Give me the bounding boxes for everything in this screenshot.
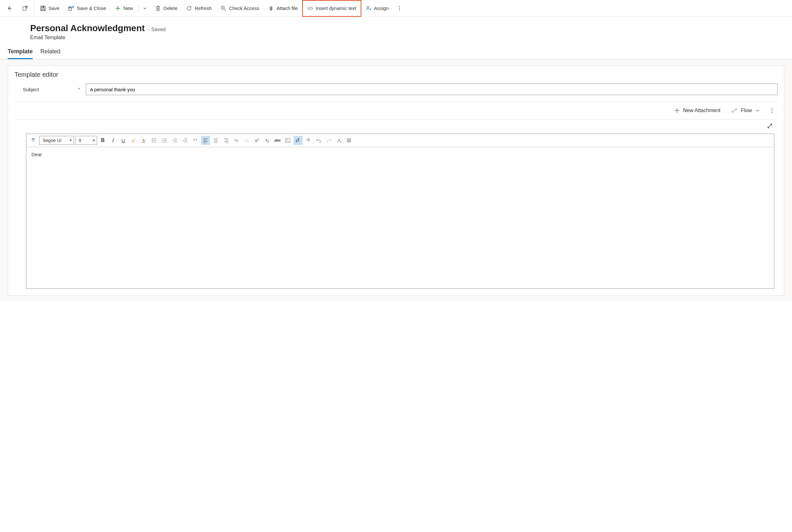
- insert-table-button[interactable]: [345, 136, 354, 145]
- save-close-button[interactable]: Save & Close: [64, 0, 111, 17]
- attach-file-button[interactable]: Attach file: [264, 0, 302, 17]
- command-overflow-button[interactable]: [393, 0, 406, 17]
- svg-point-8: [735, 109, 737, 110]
- underline-button[interactable]: U: [119, 136, 128, 145]
- assign-icon: [366, 5, 372, 11]
- insert-dynamic-text-button[interactable]: Insert dynamic text: [302, 0, 361, 17]
- refresh-button[interactable]: Refresh: [182, 0, 216, 17]
- unlink-icon: [244, 138, 249, 143]
- italic-button[interactable]: I: [109, 136, 118, 145]
- new-dropdown-button[interactable]: [139, 0, 151, 17]
- format-painter-button[interactable]: [29, 136, 38, 145]
- outdent-icon: [172, 138, 177, 143]
- font-size-select[interactable]: 9: [75, 136, 97, 145]
- check-access-icon: [221, 5, 227, 11]
- chevron-down-icon: [142, 6, 147, 11]
- font-color-button[interactable]: [139, 136, 148, 145]
- subject-input[interactable]: [86, 83, 777, 95]
- indent-button[interactable]: [180, 136, 190, 145]
- delete-button[interactable]: Delete: [151, 0, 182, 17]
- align-right-button[interactable]: [221, 136, 231, 145]
- expand-editor-button[interactable]: [765, 121, 774, 130]
- back-button[interactable]: [2, 0, 17, 17]
- subscript-button[interactable]: x2: [263, 136, 272, 145]
- assign-button[interactable]: Assign: [361, 0, 393, 17]
- font-family-select[interactable]: Segoe UI: [39, 136, 74, 145]
- numbered-icon: 123: [162, 138, 167, 143]
- svg-rect-1: [43, 6, 44, 7]
- new-button[interactable]: New: [111, 0, 137, 17]
- rtl-button[interactable]: [304, 136, 313, 145]
- svg-rect-12: [132, 142, 135, 142]
- undo-button[interactable]: [314, 136, 323, 145]
- ltr-button[interactable]: [293, 136, 303, 145]
- strikethrough-button[interactable]: abc: [273, 136, 282, 145]
- expand-icon: [767, 123, 773, 129]
- editor-body[interactable]: Dear: [26, 147, 774, 288]
- delete-label: Delete: [163, 5, 177, 11]
- bold-button[interactable]: B: [98, 136, 107, 145]
- superscript-button[interactable]: x2: [252, 136, 262, 145]
- flow-button[interactable]: Flow: [728, 105, 764, 116]
- new-label: New: [123, 5, 133, 11]
- superscript-icon: x2: [255, 138, 259, 143]
- command-bar: Save Save & Close New Delete Refresh Che…: [0, 0, 792, 17]
- outdent-button[interactable]: [170, 136, 179, 145]
- rich-text-editor: Segoe UI 9 B I U: [26, 134, 774, 289]
- remove-link-button[interactable]: [242, 136, 251, 145]
- flow-icon: [731, 108, 738, 113]
- plus-icon: [115, 5, 121, 11]
- align-left-button[interactable]: [201, 136, 210, 145]
- font-family-value: Segoe UI: [43, 138, 61, 143]
- svg-rect-22: [347, 138, 351, 142]
- clear-formatting-button[interactable]: [335, 136, 344, 145]
- insert-image-button[interactable]: [283, 136, 292, 145]
- subject-label: Subject: [23, 87, 39, 92]
- tab-related[interactable]: Related: [40, 48, 60, 59]
- align-center-button[interactable]: [211, 136, 220, 145]
- rtl-icon: [306, 138, 311, 143]
- assign-label: Assign: [374, 5, 389, 11]
- svg-point-10: [772, 110, 773, 111]
- bullet-list-button[interactable]: [150, 136, 159, 145]
- highlight-color-button[interactable]: [129, 136, 138, 145]
- attachment-overflow-button[interactable]: [767, 105, 777, 116]
- strikethrough-icon: abc: [274, 138, 281, 142]
- ltr-icon: [295, 138, 301, 143]
- blockquote-button[interactable]: [191, 136, 200, 145]
- more-vertical-icon: [771, 108, 773, 113]
- align-center-icon: [213, 138, 218, 143]
- quote-icon: [193, 138, 198, 143]
- format-painter-icon: [31, 137, 36, 143]
- svg-point-6: [399, 10, 400, 11]
- chevron-down-icon: [755, 108, 759, 113]
- save-close-icon: [69, 5, 74, 11]
- new-attachment-label: New Attachment: [683, 108, 721, 113]
- separator: [138, 5, 138, 12]
- svg-rect-0: [23, 7, 26, 10]
- link-icon: [234, 138, 239, 143]
- align-right-icon: [224, 138, 229, 143]
- form-tabs: Template Related: [0, 42, 792, 59]
- arrow-left-icon: [7, 5, 13, 11]
- caret-down-icon: [92, 139, 95, 142]
- svg-point-9: [772, 108, 773, 109]
- check-access-button[interactable]: Check Access: [216, 0, 264, 17]
- image-icon: [285, 138, 290, 143]
- svg-point-7: [732, 111, 733, 112]
- tab-template[interactable]: Template: [8, 48, 33, 59]
- highlight-icon: [131, 137, 136, 143]
- redo-icon: [326, 138, 331, 143]
- save-close-label: Save & Close: [77, 5, 106, 11]
- new-attachment-button[interactable]: New Attachment: [670, 105, 725, 116]
- popout-button[interactable]: [17, 0, 33, 17]
- entity-label: Email Template: [30, 35, 784, 40]
- number-list-button[interactable]: 123: [160, 136, 169, 145]
- align-left-icon: [203, 138, 208, 143]
- redo-button[interactable]: [324, 136, 333, 145]
- svg-point-4: [399, 6, 400, 7]
- insert-link-button[interactable]: [232, 136, 241, 145]
- paperclip-icon: [268, 5, 274, 11]
- save-button[interactable]: Save: [36, 0, 64, 17]
- subscript-icon: x2: [265, 137, 269, 143]
